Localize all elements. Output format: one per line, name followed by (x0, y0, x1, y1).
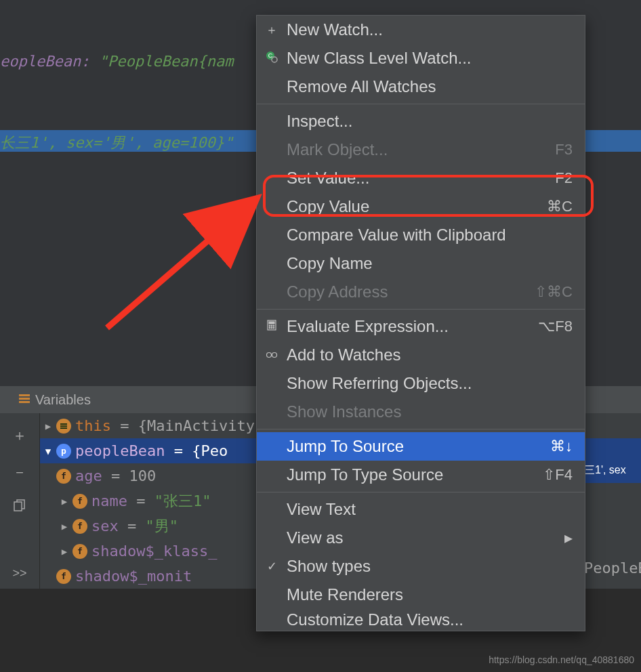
expand-arrow-icon[interactable]: ▶ (56, 546, 73, 557)
svg-point-13 (271, 325, 272, 327)
field-icon: f (73, 519, 87, 534)
menu-separator (257, 104, 585, 104)
menu-separator (257, 429, 585, 429)
svg-point-16 (271, 327, 272, 329)
plus-icon: ＋ (264, 22, 280, 38)
svg-rect-3 (14, 502, 22, 511)
variables-icon (19, 392, 30, 408)
svg-rect-5 (60, 425, 67, 427)
menu-customize-data-views[interactable]: Customize Data Views... (257, 609, 585, 631)
menu-set-value[interactable]: Set Value...F2 (257, 164, 585, 192)
object-icon (56, 419, 71, 434)
menu-separator (257, 492, 585, 492)
svg-point-19 (272, 352, 277, 357)
copy-stack-button[interactable] (13, 499, 26, 516)
menu-show-referring[interactable]: Show Referring Objects... (257, 369, 585, 398)
calculator-icon (264, 320, 280, 334)
menu-new-class-watch[interactable]: C New Class Level Watch... (257, 44, 585, 72)
watch-value-line-2[interactable]: 长三1', sex='男', age=100}" (0, 133, 233, 153)
field-icon: f (73, 544, 87, 559)
collapse-arrow-icon[interactable]: ▼ (40, 446, 56, 457)
add-button[interactable]: ＋ (12, 425, 27, 446)
menu-mark-object: Mark Object...F3 (257, 135, 585, 164)
watermark: https://blog.csdn.net/qq_40881680 (489, 654, 634, 665)
expand-arrow-icon[interactable]: ▶ (56, 496, 73, 507)
field-icon: f (56, 469, 71, 484)
svg-rect-2 (19, 401, 30, 403)
svg-rect-6 (60, 427, 67, 429)
expand-arrow-icon[interactable]: ▶ (40, 421, 56, 432)
svg-rect-0 (19, 394, 30, 396)
svg-point-14 (273, 325, 274, 327)
svg-rect-1 (19, 398, 30, 400)
menu-remove-all-watches[interactable]: Remove All Watches (257, 72, 585, 101)
field-icon: f (73, 494, 87, 509)
menu-show-types[interactable]: ✓ Show types (257, 552, 585, 581)
menu-view-text[interactable]: View Text (257, 495, 585, 524)
svg-point-15 (269, 327, 270, 329)
glasses-icon (264, 348, 280, 362)
svg-point-12 (269, 325, 270, 327)
expand-button[interactable]: >> (12, 566, 26, 581)
submenu-arrow-icon: ▸ (564, 528, 573, 547)
menu-jump-to-type-source[interactable]: Jump To Type Source⇧F4 (257, 461, 585, 489)
svg-rect-4 (60, 423, 67, 425)
class-watch-icon: C (264, 51, 280, 66)
menu-copy-address: Copy Address⇧⌘C (257, 278, 585, 306)
menu-show-instances: Show Instances (257, 398, 585, 426)
svg-point-18 (267, 352, 272, 357)
menu-mute-renderers[interactable]: Mute Renderers (257, 581, 585, 609)
field-icon: f (56, 569, 71, 584)
menu-compare-clipboard[interactable]: Compare Value with Clipboard (257, 221, 585, 249)
variables-title: Variables (35, 392, 91, 408)
watch-value-line-1: eopleBean: "PeopleBean{nam (0, 53, 233, 70)
menu-new-watch[interactable]: ＋ New Watch... (257, 16, 585, 44)
svg-point-9 (272, 57, 277, 62)
variables-gutter: ＋ － >> (0, 413, 40, 589)
menu-jump-to-source[interactable]: Jump To Source⌘↓ (257, 432, 585, 461)
expand-arrow-icon[interactable]: ▶ (56, 521, 73, 532)
context-menu: ＋ New Watch... C New Class Level Watch..… (256, 15, 585, 631)
menu-inspect[interactable]: Inspect... (257, 107, 585, 135)
tree-row-peopleBean-tail: 三1', sex (584, 458, 641, 483)
menu-add-to-watches[interactable]: Add to Watches (257, 341, 585, 369)
menu-separator (257, 309, 585, 310)
check-icon: ✓ (264, 559, 280, 574)
tree-row-klass-tail: PeopleB (584, 560, 641, 576)
menu-view-as[interactable]: View as▸ (257, 524, 585, 552)
menu-copy-name[interactable]: Copy Name (257, 249, 585, 278)
menu-copy-value[interactable]: Copy Value⌘C (257, 192, 585, 221)
remove-button[interactable]: － (12, 462, 27, 482)
property-icon: p (56, 444, 71, 459)
svg-rect-11 (269, 322, 274, 324)
menu-evaluate-expression[interactable]: Evaluate Expression...⌥F8 (257, 312, 585, 341)
svg-point-17 (273, 327, 274, 329)
